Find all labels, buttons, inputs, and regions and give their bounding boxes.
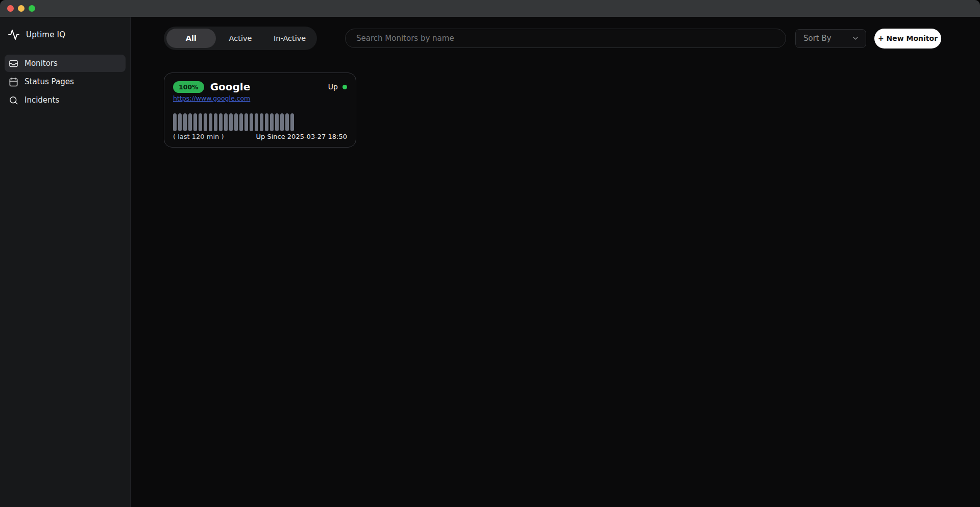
zoom-window-button[interactable] (29, 5, 35, 12)
uptime-bar (229, 113, 233, 131)
uptime-bar (178, 113, 182, 131)
status-dot-icon (342, 85, 347, 89)
uptime-bar (199, 113, 202, 131)
uptime-bar (188, 113, 192, 131)
new-monitor-button[interactable]: + New Monitor (874, 29, 941, 49)
sort-by-dropdown[interactable]: Sort By (795, 29, 866, 48)
monitor-card-header: 100% Google Up (173, 81, 347, 93)
main-content: All Active In-Active Sort By + New Monit… (131, 17, 980, 507)
sidebar-item-label: Status Pages (24, 77, 74, 86)
uptime-bar (234, 113, 238, 131)
inbox-icon (9, 59, 18, 68)
status-text: Up (328, 83, 338, 91)
uptime-percentage-badge: 100% (173, 81, 204, 93)
uptime-bar (270, 113, 274, 131)
sidebar-item-incidents[interactable]: Incidents (5, 91, 126, 109)
monitor-name: Google (210, 81, 251, 93)
tab-all[interactable]: All (166, 29, 216, 48)
sort-by-label: Sort By (803, 34, 831, 43)
calendar-icon (9, 77, 18, 87)
app-title: Uptime IQ (26, 30, 65, 39)
uptime-bar (260, 113, 263, 131)
chart-window-label: ( last 120 min ) (173, 133, 224, 140)
sidebar-item-status-pages[interactable]: Status Pages (5, 73, 126, 90)
uptime-bar (183, 113, 187, 131)
uptime-bar (280, 113, 284, 131)
uptime-bar (255, 113, 258, 131)
tab-active[interactable]: Active (216, 29, 265, 48)
sidebar-item-label: Incidents (24, 95, 59, 105)
uptime-bar (224, 113, 228, 131)
activity-pulse-icon (8, 29, 20, 41)
uptime-bar (204, 113, 207, 131)
titlebar (0, 0, 980, 17)
sidebar: Uptime IQ Monitors Status Pages (0, 17, 131, 507)
uptime-bar (219, 113, 223, 131)
tab-inactive[interactable]: In-Active (265, 29, 314, 48)
search-input[interactable] (345, 29, 786, 48)
search-icon (9, 95, 18, 105)
uptime-bar (209, 113, 212, 131)
sidebar-item-label: Monitors (24, 59, 58, 68)
monitor-card-footer: ( last 120 min ) Up Since 2025-03-27 18:… (173, 133, 347, 140)
status-indicator: Up (328, 83, 347, 91)
uptime-bar (239, 113, 243, 131)
uptime-bar (265, 113, 268, 131)
monitor-url-link[interactable]: https://www.google.com (173, 94, 250, 102)
monitor-card[interactable]: 100% Google Up https://www.google.com ( … (164, 73, 356, 148)
app-window: Uptime IQ Monitors Status Pages (0, 0, 980, 507)
uptime-bar (250, 113, 253, 131)
uptime-bar (275, 113, 279, 131)
filter-tab-group: All Active In-Active (164, 27, 317, 50)
minimize-window-button[interactable] (18, 5, 24, 12)
sidebar-nav: Monitors Status Pages Incidents (5, 55, 126, 109)
uptime-bar (214, 113, 217, 131)
uptime-bars (173, 113, 347, 131)
up-since-text: Up Since 2025-03-27 18:50 (256, 133, 347, 140)
app-logo: Uptime IQ (0, 17, 130, 41)
uptime-bar (244, 113, 248, 131)
toolbar: All Active In-Active Sort By + New Monit… (164, 26, 941, 51)
uptime-bar (173, 113, 177, 131)
chevron-down-icon (851, 34, 860, 42)
sidebar-item-monitors[interactable]: Monitors (5, 55, 126, 72)
uptime-bar (290, 113, 294, 131)
close-window-button[interactable] (7, 5, 14, 12)
uptime-bar (193, 113, 197, 131)
uptime-bar (285, 113, 289, 131)
